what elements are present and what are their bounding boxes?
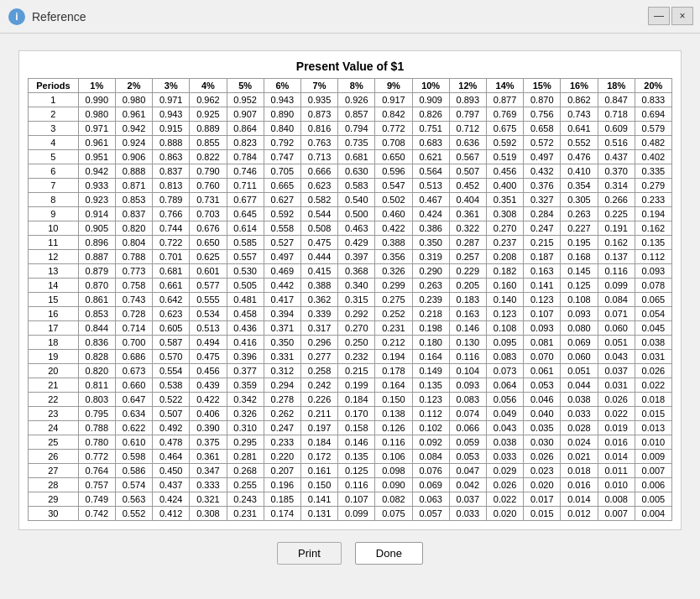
table-cell: 0.961 [78,136,115,150]
table-cell: 0.887 [78,250,115,264]
table-cell: 0.182 [486,264,523,279]
table-cell: 0.390 [190,421,227,435]
table-cell: 0.439 [190,378,227,393]
table-cell: 0.673 [115,364,152,378]
table-cell: 0.073 [486,364,523,378]
table-cell: 0.350 [264,336,300,350]
table-cell: 0.116 [338,478,375,492]
table-cell: 0.773 [115,264,152,279]
table-cell: 0.397 [338,250,375,264]
table-cell: 0.933 [78,179,115,193]
table-cell: 0.879 [78,264,115,279]
table-cell: 0.450 [153,464,190,478]
table-cell: 18 [29,336,79,350]
table-row: 250.7800.6100.4780.3750.2950.2330.1840.1… [29,435,672,450]
table-cell: 0.331 [264,350,300,364]
table-cell: 0.634 [115,407,152,421]
table-cell: 0.833 [635,93,671,107]
table-cell: 0.422 [190,393,227,407]
table-cell: 0.676 [190,221,227,236]
table-cell: 0.178 [375,364,412,378]
table-cell: 0.769 [486,107,523,122]
table-cell: 0.243 [227,492,264,507]
column-header: 6% [264,79,300,93]
table-cell: 0.284 [524,207,561,221]
table-cell: 0.855 [190,136,227,150]
table-cell: 0.359 [227,378,264,393]
table-cell: 0.045 [635,321,671,336]
table-cell: 0.016 [561,478,598,492]
table-cell: 0.376 [524,179,561,193]
table-cell: 21 [29,378,79,393]
table-cell: 0.415 [300,264,337,279]
table-cell: 0.924 [115,136,152,150]
table-cell: 0.093 [561,307,598,321]
table-cell: 0.647 [115,393,152,407]
column-header: 12% [449,79,486,93]
table-cell: 0.237 [486,236,523,250]
table-cell: 0.772 [375,122,412,136]
table-cell: 0.742 [78,507,115,521]
table-row: 160.8530.7280.6230.5340.4580.3940.3390.2… [29,307,672,321]
done-button[interactable]: Done [355,542,423,565]
table-cell: 0.935 [300,93,337,107]
table-cell: 0.321 [190,492,227,507]
table-cell: 0.712 [449,122,486,136]
table-cell: 0.270 [338,321,375,336]
table-cell: 0.623 [153,307,190,321]
table-row: 280.7570.5740.4370.3330.2550.1960.1500.1… [29,478,672,492]
table-cell: 0.751 [412,122,449,136]
table-cell: 0.763 [300,136,337,150]
table-row: 200.8200.6730.5540.4560.3770.3120.2580.2… [29,364,672,378]
table-cell: 0.010 [635,435,671,450]
table-cell: 0.871 [115,179,152,193]
table-cell: 0.026 [486,478,523,492]
table-row: 140.8700.7580.6610.5770.5050.4420.3880.3… [29,279,672,293]
table-cell: 0.482 [635,136,671,150]
table-cell: 0.424 [153,492,190,507]
table-cell: 0.123 [412,393,449,407]
table-cell: 0.467 [412,193,449,207]
table-cell: 0.925 [190,107,227,122]
table-cell: 0.299 [375,279,412,293]
table-cell: 0.053 [524,378,561,393]
table-cell: 0.015 [635,407,671,421]
table-cell: 0.522 [153,393,190,407]
table-cell: 0.570 [153,350,190,364]
print-button[interactable]: Print [277,542,342,565]
table-row: 70.9330.8710.8130.7600.7110.6650.6230.58… [29,179,672,193]
table-cell: 0.038 [635,336,671,350]
table-cell: 0.033 [486,450,523,464]
table-cell: 0.665 [264,179,300,193]
table-cell: 0.021 [561,450,598,464]
table-cell: 0.035 [524,421,561,435]
table-cell: 0.022 [635,378,671,393]
table-cell: 2 [29,107,79,122]
table-cell: 0.675 [486,122,523,136]
table-cell: 0.342 [227,393,264,407]
table-cell: 0.172 [300,450,337,464]
table-cell: 0.803 [78,393,115,407]
table-row: 40.9610.9240.8880.8550.8230.7920.7630.73… [29,136,672,150]
table-cell: 0.126 [375,421,412,435]
table-cell: 0.660 [115,378,152,393]
table-cell: 0.507 [153,407,190,421]
table-cell: 0.252 [375,307,412,321]
table-cell: 10 [29,221,79,236]
footer-buttons: Print Done [277,530,423,573]
table-cell: 0.069 [412,478,449,492]
table-cell: 0.917 [375,93,412,107]
table-cell: 6 [29,164,79,179]
close-button[interactable]: × [671,7,693,25]
table-cell: 0.837 [115,207,152,221]
column-header: 7% [300,79,337,93]
table-cell: 0.007 [598,507,635,521]
table-cell: 0.857 [338,107,375,122]
minimize-button[interactable]: — [648,7,670,25]
table-cell: 0.823 [227,136,264,150]
table-cell: 0.907 [227,107,264,122]
table-cell: 0.084 [412,450,449,464]
table-cell: 0.555 [190,293,227,307]
table-cell: 0.075 [375,507,412,521]
table-cell: 0.642 [153,293,190,307]
